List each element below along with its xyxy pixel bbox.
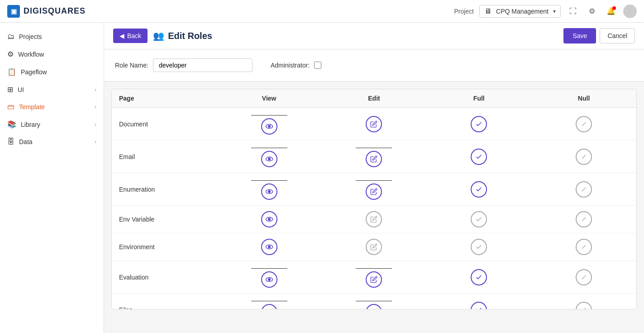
view-icon[interactable] — [261, 183, 277, 200]
notification-button[interactable]: 🔔 — [604, 5, 618, 18]
full-icon[interactable] — [471, 181, 487, 198]
svg-line-11 — [582, 217, 586, 221]
svg-point-7 — [268, 191, 270, 193]
full-icon[interactable] — [471, 302, 487, 309]
sidebar-item-label: Pageflow — [21, 68, 47, 76]
logo-text: DIGISQUARES — [24, 6, 86, 16]
table-row: Document — [112, 108, 636, 140]
table-header-row: Page View Edit Full Null — [112, 89, 636, 108]
null-icon[interactable] — [576, 211, 592, 227]
fullscreen-button[interactable]: ⛶ — [566, 5, 580, 18]
form-area: Role Name: Administrator: — [104, 49, 644, 82]
logo-icon: ▣ — [7, 5, 20, 18]
perm-line — [356, 180, 392, 181]
chevron-right-icon: › — [95, 139, 96, 145]
cell-view — [217, 173, 322, 206]
full-icon[interactable] — [471, 116, 487, 132]
cell-edit — [322, 173, 427, 206]
view-icon[interactable] — [261, 239, 277, 255]
sidebar-item-workflow[interactable]: ⚙ Workflow — [0, 45, 104, 63]
cancel-button[interactable]: Cancel — [600, 28, 635, 43]
sidebar-item-projects[interactable]: 🗂 Projects — [0, 28, 104, 45]
sidebar-item-label: Library — [21, 121, 40, 128]
administrator-checkbox[interactable] — [314, 62, 321, 69]
edit-icon[interactable] — [366, 116, 382, 132]
role-name-group: Role Name: — [115, 58, 253, 72]
project-selector[interactable]: 🖥 CPQ Management ▾ — [479, 5, 561, 18]
data-icon: 🗄 — [7, 138, 14, 146]
navbar-left: ▣ DIGISQUARES — [7, 5, 86, 18]
bell-icon: 🔔 — [606, 7, 615, 15]
col-edit: Edit — [322, 89, 427, 108]
null-icon[interactable] — [576, 181, 592, 198]
null-icon[interactable] — [576, 302, 592, 309]
edit-roles-icon: 👥 — [153, 30, 164, 41]
sidebar-item-label: Data — [19, 138, 33, 145]
sidebar-item-data[interactable]: 🗄 Data › — [0, 133, 104, 150]
gear-icon: ⚙ — [589, 7, 595, 15]
monitor-icon: 🖥 — [484, 7, 491, 15]
view-icon[interactable] — [261, 151, 277, 167]
svg-line-17 — [582, 275, 586, 279]
cell-view — [217, 261, 322, 294]
svg-line-5 — [582, 155, 586, 159]
full-icon[interactable] — [471, 211, 487, 227]
edit-icon[interactable] — [366, 271, 382, 288]
perm-line — [356, 301, 392, 301]
sidebar-item-library[interactable]: 📚 Library › — [0, 116, 104, 133]
back-label: Back — [127, 32, 141, 39]
back-button[interactable]: ◀ Back — [113, 29, 148, 43]
view-icon[interactable] — [261, 271, 277, 288]
table-wrapper: Page View Edit Full Null DocumentEmailEn… — [112, 89, 636, 309]
svg-line-8 — [582, 188, 586, 191]
chevron-right-icon: › — [95, 121, 96, 128]
edit-icon[interactable] — [366, 239, 382, 255]
cell-edit — [322, 233, 427, 261]
role-name-input[interactable] — [153, 58, 253, 72]
svg-point-10 — [268, 218, 270, 221]
cell-page: Environment — [112, 233, 217, 261]
table-row: Enumeration — [112, 173, 636, 206]
main-content: ◀ Back 👥 Edit Roles Save Cancel Role Nam… — [104, 23, 644, 333]
full-icon[interactable] — [471, 239, 487, 255]
cell-full — [426, 108, 531, 140]
view-icon[interactable] — [261, 211, 277, 227]
col-view: View — [217, 89, 322, 108]
null-icon[interactable] — [576, 149, 592, 165]
edit-icon[interactable] — [366, 183, 382, 200]
col-null: Null — [531, 89, 636, 108]
edit-icon[interactable] — [366, 151, 382, 167]
projects-icon: 🗂 — [7, 33, 14, 41]
permissions-table-container: Page View Edit Full Null DocumentEmailEn… — [111, 89, 637, 309]
cell-page: Email — [112, 140, 217, 173]
perm-line — [251, 268, 287, 269]
settings-button[interactable]: ⚙ — [585, 5, 599, 18]
avatar[interactable] — [623, 5, 637, 18]
administrator-label: Administrator: — [271, 62, 310, 69]
sidebar-item-template[interactable]: 🗃 Template › — [0, 98, 104, 116]
save-button[interactable]: Save — [563, 28, 596, 43]
sidebar-item-label: Projects — [19, 33, 42, 40]
cell-page: Document — [112, 108, 217, 140]
sidebar-item-ui[interactable]: ⊞ UI › — [0, 81, 104, 98]
svg-point-16 — [268, 279, 270, 281]
full-icon[interactable] — [471, 149, 487, 165]
table-row: Files — [112, 294, 636, 309]
edit-icon[interactable] — [366, 211, 382, 227]
perm-line — [251, 180, 287, 181]
null-icon[interactable] — [576, 269, 592, 285]
null-icon[interactable] — [576, 239, 592, 255]
view-icon[interactable] — [261, 304, 277, 309]
cell-full — [426, 233, 531, 261]
cell-null — [531, 261, 636, 294]
sidebar-item-pageflow[interactable]: 📋 Pageflow — [0, 63, 104, 81]
cell-view — [217, 294, 322, 309]
null-icon[interactable] — [576, 116, 592, 132]
chevron-right-icon: › — [95, 104, 96, 110]
cell-null — [531, 173, 636, 206]
edit-icon[interactable] — [366, 304, 382, 309]
cell-full — [426, 173, 531, 206]
cell-null — [531, 206, 636, 233]
view-icon[interactable] — [261, 118, 277, 135]
full-icon[interactable] — [471, 269, 487, 285]
